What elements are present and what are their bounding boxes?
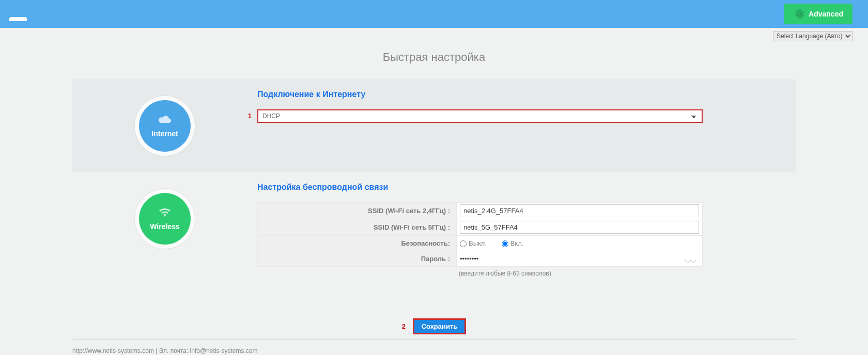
security-off-radio[interactable] [460, 240, 467, 247]
language-row: Select Language (Авто) [0, 28, 868, 41]
security-label: Безопасность: [258, 236, 457, 251]
ssid24-input[interactable] [460, 204, 699, 217]
security-on-option[interactable]: Вкл. [502, 239, 524, 247]
advanced-label: Advanced [809, 10, 843, 18]
internet-section-title: Подключение к Интернету [257, 90, 703, 99]
header: Advanced [0, 0, 868, 28]
page-title: Быстрая настройка [0, 51, 868, 64]
password-input[interactable] [460, 254, 699, 264]
footer: http://www.netis-systems.com | Эл. почта… [72, 340, 796, 355]
annotation-marker-1: 1 [248, 112, 252, 120]
wireless-circle: Wireless [139, 193, 191, 245]
annotation-marker-2: 2 [402, 322, 406, 330]
advanced-button[interactable]: Advanced [784, 4, 853, 24]
security-off-option[interactable]: Выкл. [460, 239, 487, 247]
password-hint: (введите любые 8-63 символов) [459, 270, 703, 277]
wireless-section-title: Настройка беспроводной связи [257, 183, 703, 192]
internet-section: Internet Подключение к Интернету 1 DHCP [72, 79, 796, 172]
ssid24-label: SSID (Wi-Fi сеть 2,4ГГц) : [258, 203, 457, 219]
save-button[interactable]: Сохранить [413, 318, 467, 334]
password-label: Пароль : [258, 251, 457, 267]
ssid5-input[interactable] [460, 221, 699, 234]
wireless-section: Wireless Настройка беспроводной связи SS… [72, 172, 796, 298]
language-select[interactable]: Select Language (Авто) [773, 31, 853, 41]
gear-icon [793, 8, 804, 20]
wireless-circle-label: Wireless [150, 222, 179, 231]
cloud-icon [157, 115, 173, 126]
wireless-form: SSID (Wi-Fi сеть 2,4ГГц) : SSID (Wi-Fi с… [257, 202, 703, 267]
internet-circle: Internet [139, 100, 191, 152]
wifi-icon [158, 207, 172, 219]
ssid5-label: SSID (Wi-Fi сеть 5ГГц) : [258, 219, 457, 236]
logo [9, 6, 27, 22]
eye-icon[interactable]: ◡◡ [685, 255, 695, 263]
security-on-radio[interactable] [502, 240, 508, 247]
save-row: 2 Сохранить [0, 298, 868, 340]
wan-type-select[interactable]: DHCP [257, 109, 703, 123]
internet-circle-label: Internet [151, 130, 178, 138]
